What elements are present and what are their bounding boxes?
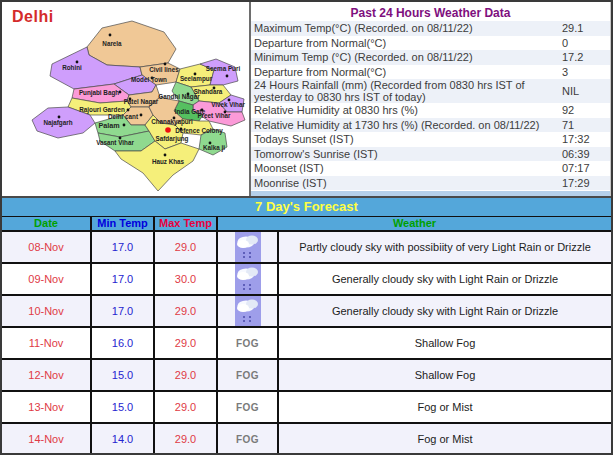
district-marker-dot (58, 116, 61, 119)
district-shape (87, 21, 176, 67)
forecast-weather-text: Shallow Fog (279, 328, 611, 358)
forecast-col-weather: Weather (218, 217, 611, 230)
weather-data-row: Departure from Normal(°C)3 (251, 65, 610, 80)
forecast-row: 08-Nov17.029.0Partly cloudy sky with pos… (2, 232, 611, 264)
district-label: Palam (98, 121, 119, 130)
district-marker-dot (109, 34, 112, 37)
weather-data-label: Departure from Normal(°C) (254, 37, 562, 49)
forecast-min-temp: 15.0 (92, 360, 155, 390)
weather-data-label: Relative Humidity at 0830 hrs (%) (254, 104, 562, 116)
weather-data-label: Todays Sunset (IST) (254, 133, 562, 145)
forecast-col-date: Date (2, 217, 92, 230)
weather-data-row: Relative Humidity at 1730 hrs (%) (Recor… (251, 118, 610, 133)
fog-label: FOG (218, 392, 279, 422)
past24-title: Past 24 Hours Weather Data (251, 2, 610, 21)
district-label: India Gate (175, 108, 206, 115)
forecast-max-temp: 29.0 (155, 296, 218, 326)
district-label: Gandhi Nagar (158, 93, 200, 101)
weather-data-row: Todays Sunset (IST)17:32 (251, 132, 610, 147)
weather-data-value: 0 (562, 37, 610, 49)
forecast-row: 12-Nov15.029.0FOGShallow Fog (2, 360, 611, 392)
forecast-max-temp: 29.0 (155, 392, 218, 422)
district-label: Hauz Khas (152, 158, 185, 165)
forecast-row: 14-Nov14.029.0FOGFog or Mist (2, 424, 611, 453)
district-label: Vivek Vihar (211, 101, 245, 108)
weather-data-row: Departure from Normal(°C)0 (251, 36, 610, 51)
past24-rows: Maximum Temp(°C) (Recorded. on 08/11/22)… (251, 21, 610, 191)
forecast-rows: 08-Nov17.029.0Partly cloudy sky with pos… (2, 232, 611, 453)
district-marker-dot (164, 154, 167, 157)
forecast-weather-text: Shallow Fog (279, 360, 611, 390)
rain-cloud-icon (235, 232, 261, 262)
rain-icon-cell (218, 296, 279, 326)
weather-data-value: 17.2 (562, 51, 610, 63)
forecast-row: 09-Nov17.030.0Generally cloudy sky with … (2, 264, 611, 296)
district-label: Narela (102, 40, 122, 47)
forecast-min-temp: 16.0 (92, 328, 155, 358)
forecast-date: 14-Nov (2, 424, 92, 453)
weather-data-row: Tomorrow's Sunrise (IST)06:39 (251, 147, 610, 162)
rain-cloud-icon (235, 264, 261, 294)
district-marker-dot (226, 75, 229, 78)
weather-data-value: 07:17 (562, 162, 610, 174)
weather-data-label: Tomorrow's Sunrise (IST) (254, 148, 562, 160)
district-label: Defence Colony (175, 127, 223, 135)
delhi-map-panel: NarelaRohiniCivil linesModel TownSeelamp… (2, 2, 249, 196)
forecast-date: 08-Nov (2, 232, 92, 262)
weather-data-label: Departure from Normal(°C) (254, 66, 562, 78)
fog-label: FOG (218, 424, 279, 453)
past24-table: Past 24 Hours Weather Data Maximum Temp(… (249, 2, 611, 196)
forecast-col-max-temp: Max Temp (155, 217, 218, 230)
page-title: Delhi (12, 8, 54, 26)
station-marker-red-dot (165, 127, 171, 133)
forecast-weather-text: Partly cloudy sky with possibiity of ver… (279, 232, 611, 262)
forecast-col-min-temp: Min Temp (92, 217, 155, 230)
forecast-row: 11-Nov16.029.0FOGShallow Fog (2, 328, 611, 360)
forecast-header-row: Date Min Temp Max Temp Weather (2, 217, 611, 232)
forecast-max-temp: 29.0 (155, 360, 218, 390)
district-label: Delhi cant (108, 113, 139, 120)
weather-data-value: 71 (562, 119, 610, 131)
forecast-min-temp: 17.0 (92, 296, 155, 326)
forecast-min-temp: 17.0 (92, 232, 155, 262)
weather-data-value: 3 (562, 66, 610, 78)
forecast-weather-text: Fog or Mist (279, 392, 611, 422)
weather-page: NarelaRohiniCivil linesModel TownSeelamp… (0, 0, 613, 455)
weather-data-label: Relative Humidity at 1730 hrs (%) (Recor… (254, 119, 562, 131)
weather-data-row: Moonrise (IST)17:29 (251, 176, 610, 191)
weather-data-row: Relative Humidity at 0830 hrs (%)92 (251, 103, 610, 118)
forecast-max-temp: 30.0 (155, 264, 218, 294)
district-label: Patel Nagar (124, 98, 159, 106)
forecast-max-temp: 29.0 (155, 328, 218, 358)
district-marker-dot (164, 63, 167, 66)
forecast-weather-text: Generally cloudy sky with Light Rain or … (279, 296, 611, 326)
weather-data-label: Moonrise (IST) (254, 177, 562, 189)
forecast-date: 11-Nov (2, 328, 92, 358)
forecast-max-temp: 29.0 (155, 424, 218, 453)
district-label: Seelampur (180, 75, 213, 83)
weather-data-row: Maximum Temp(°C) (Recorded. on 08/11/22)… (251, 21, 610, 36)
weather-data-value: 29.1 (562, 22, 610, 34)
forecast-min-temp: 15.0 (92, 392, 155, 422)
district-label: Seema Puri (206, 65, 241, 72)
forecast-row: 13-Nov15.029.0FOGFog or Mist (2, 392, 611, 424)
weather-data-value: 06:39 (562, 148, 610, 160)
district-label: Kalka ji (203, 144, 225, 152)
district-label: Safdarjung (156, 135, 189, 143)
district-label: Model Town (131, 76, 167, 83)
forecast-min-temp: 17.0 (92, 264, 155, 294)
top-section: NarelaRohiniCivil linesModel TownSeelamp… (2, 2, 611, 196)
weather-data-value: 92 (562, 104, 610, 116)
forecast-date: 13-Nov (2, 392, 92, 422)
district-label: Chanakyapuri (151, 118, 193, 126)
weather-data-label: Minimum Temp (°C) (Recorded. on 08/11/22… (254, 51, 562, 63)
weather-data-value: 17:32 (562, 133, 610, 145)
district-marker-dot (127, 109, 130, 112)
district-label: Rohini (62, 64, 82, 71)
rain-icon-cell (218, 232, 279, 262)
weather-data-value: NIL (562, 85, 610, 97)
forecast-row: 10-Nov17.029.0Generally cloudy sky with … (2, 296, 611, 328)
forecast-max-temp: 29.0 (155, 232, 218, 262)
district-label: Vasant Vihar (96, 139, 134, 146)
district-marker-dot (76, 61, 79, 64)
